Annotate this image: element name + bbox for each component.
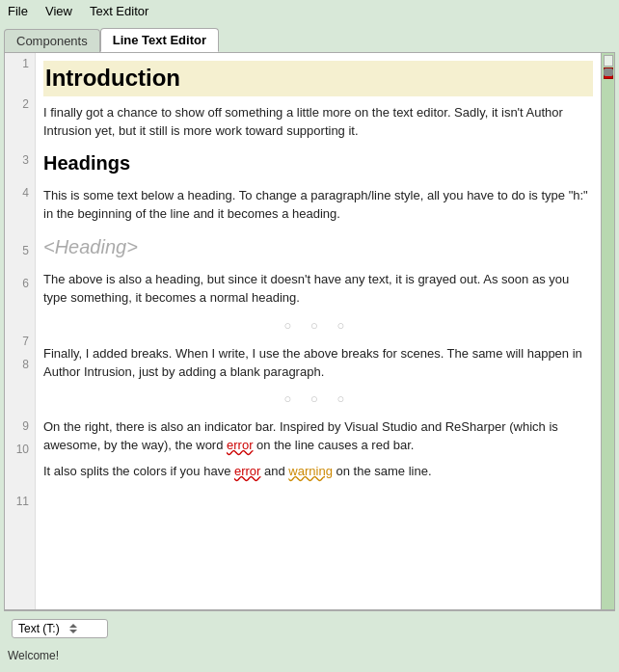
line-9[interactable]: ○ ○ ○ xyxy=(43,385,593,415)
line-num-11: 11 xyxy=(5,491,35,543)
line-4[interactable]: This is some text below a heading. To ch… xyxy=(43,183,593,228)
line-2[interactable]: I finally got a chance to show off somet… xyxy=(43,100,593,145)
style-dropdown-label: Text (T:) xyxy=(18,622,60,635)
line-num-6: 6 xyxy=(5,273,35,331)
menu-file[interactable]: File xyxy=(4,3,32,19)
arrow-up-icon xyxy=(69,624,77,628)
line-5-text: <Heading> xyxy=(43,231,593,263)
menu-view[interactable]: View xyxy=(41,3,76,19)
indicator-scroll-thumb xyxy=(604,68,613,76)
content-scroll[interactable]: Introduction I finally got a chance to s… xyxy=(36,53,601,609)
dropdown-arrow xyxy=(69,624,77,633)
line-1[interactable]: Introduction xyxy=(43,57,593,100)
menu-text-editor[interactable]: Text Editor xyxy=(86,3,152,19)
line-8-content: Finally, I added breaks. When I write, I… xyxy=(43,345,593,382)
tabbar: Components Line Text Editor xyxy=(0,21,619,52)
line-num-7: 7 xyxy=(5,331,35,354)
status-bar: Welcome! xyxy=(0,645,619,666)
line-10[interactable]: On the right, there is also an indicator… xyxy=(43,415,593,459)
line-num-8: 8 xyxy=(5,354,35,416)
bottom-bar: Text (T:) xyxy=(4,610,615,645)
content-inner: Introduction I finally got a chance to s… xyxy=(36,53,601,489)
editor-container: 1 2 3 4 5 6 7 8 9 10 11 Introduction xyxy=(4,52,615,610)
line-11-warning: warning xyxy=(288,464,333,478)
line-1-content: Introduction xyxy=(43,61,593,96)
line-5[interactable]: <Heading> xyxy=(43,228,593,267)
menubar: File View Text Editor xyxy=(0,0,619,21)
line-4-content: This is some text below a heading. To ch… xyxy=(43,187,593,224)
arrow-down-icon xyxy=(69,630,77,633)
line-1-text: Introduction xyxy=(43,61,593,96)
line-9-content: ○ ○ ○ xyxy=(43,389,593,411)
line-7-separator: ○ ○ ○ xyxy=(43,315,593,337)
line-10-error: error xyxy=(227,438,253,452)
indicator-block-top xyxy=(604,55,613,67)
line-num-9: 9 xyxy=(5,416,35,439)
line-num-2: 2 xyxy=(5,94,35,149)
line-num-1: 1 xyxy=(5,53,35,94)
tab-components[interactable]: Components xyxy=(4,29,100,52)
indicator-bar xyxy=(601,53,614,609)
line-3-content: Headings xyxy=(43,148,593,179)
line-7-content: ○ ○ ○ xyxy=(43,315,593,337)
line-num-4: 4 xyxy=(5,182,35,240)
line-6[interactable]: The above is also a heading, but since i… xyxy=(43,267,593,311)
line-10-content: On the right, there is also an indicator… xyxy=(43,418,593,455)
line-6-content: The above is also a heading, but since i… xyxy=(43,271,593,308)
line-3-text: Headings xyxy=(43,148,593,179)
style-dropdown[interactable]: Text (T:) xyxy=(12,619,108,638)
line-num-10: 10 xyxy=(5,439,35,491)
line-num-5: 5 xyxy=(5,240,35,273)
line-11-error: error xyxy=(234,464,260,478)
line-2-content: I finally got a chance to show off somet… xyxy=(43,104,593,141)
tab-line-text-editor[interactable]: Line Text Editor xyxy=(100,28,219,52)
line-11-content: It also splits the colors if you have er… xyxy=(43,463,593,481)
status-text: Welcome! xyxy=(8,649,59,662)
line-7[interactable]: ○ ○ ○ xyxy=(43,311,593,341)
line-8[interactable]: Finally, I added breaks. When I write, I… xyxy=(43,341,593,386)
line-9-separator: ○ ○ ○ xyxy=(43,389,593,411)
line-num-3: 3 xyxy=(5,149,35,182)
line-5-content: <Heading> xyxy=(43,231,593,263)
line-3[interactable]: Headings xyxy=(43,144,593,183)
line-numbers: 1 2 3 4 5 6 7 8 9 10 11 xyxy=(5,53,36,609)
content-area[interactable]: Introduction I finally got a chance to s… xyxy=(36,53,601,609)
line-11[interactable]: It also splits the colors if you have er… xyxy=(43,459,593,485)
